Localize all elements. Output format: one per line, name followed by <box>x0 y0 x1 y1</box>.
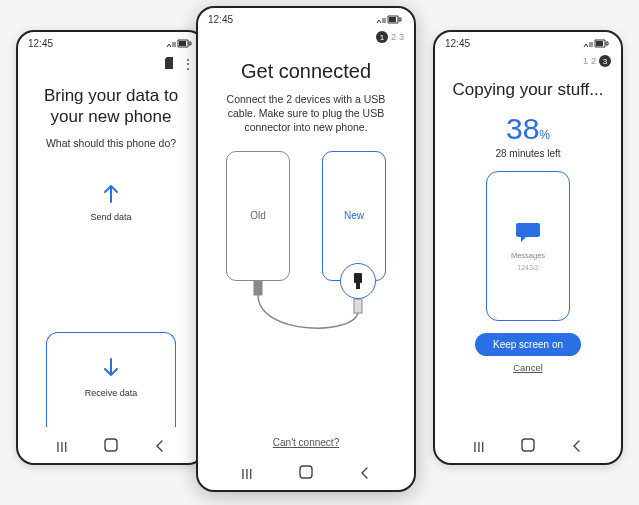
nav-bar: III <box>435 434 621 459</box>
status-bar: 12:45 <box>198 8 414 27</box>
status-time: 12:45 <box>445 38 470 49</box>
nav-bar: III <box>198 461 414 486</box>
svg-rect-1 <box>105 439 117 451</box>
sd-card-icon <box>164 55 174 73</box>
step-indicator: 1 2 3 <box>583 55 611 67</box>
svg-rect-0 <box>179 41 186 46</box>
time-remaining: 28 minutes left <box>435 148 621 159</box>
cant-connect-link[interactable]: Can't connect? <box>198 437 414 448</box>
svg-rect-5 <box>254 281 262 295</box>
nav-recent-icon[interactable]: III <box>56 439 68 455</box>
status-icons <box>166 39 194 49</box>
nav-recent-icon[interactable]: III <box>473 439 485 455</box>
nav-back-icon[interactable] <box>571 439 583 455</box>
status-bar: 12:45 <box>435 32 621 51</box>
item-label: Messages <box>511 251 545 260</box>
more-icon[interactable]: ⋮ <box>182 58 194 70</box>
page-subtitle: What should this phone do? <box>18 134 204 152</box>
item-count: 1243/2 <box>517 264 538 271</box>
send-data-option[interactable]: Send data <box>18 176 204 228</box>
step-indicator: 1 2 3 <box>376 31 404 43</box>
receive-data-option[interactable]: Receive data <box>46 332 176 427</box>
connection-illustration: Old New <box>198 151 414 351</box>
arrow-up-icon <box>100 182 122 208</box>
svg-rect-7 <box>354 273 362 283</box>
nav-recent-icon[interactable]: III <box>241 466 253 482</box>
usb-cable-icon <box>198 151 416 351</box>
messages-icon <box>515 221 541 247</box>
page-subtitle: Connect the 2 devices with a USB cable. … <box>198 90 414 137</box>
phone-screen-1: 12:45 ⋮ Bring your data to your new phon… <box>16 30 206 465</box>
nav-back-icon[interactable] <box>359 466 371 482</box>
svg-rect-4 <box>389 17 396 22</box>
page-title: Copying your stuff... <box>435 71 621 106</box>
page-title: Get connected <box>198 47 414 90</box>
arrow-down-icon <box>100 357 122 383</box>
page-title: Bring your data to your new phone <box>18 77 204 134</box>
svg-rect-2 <box>596 41 603 46</box>
nav-bar: III <box>18 434 204 459</box>
phone-screen-2: 12:45 1 2 3 Get connected Connect the 2 … <box>196 6 416 492</box>
phone-screen-3: 12:45 1 2 3 Copying your stuff... 38% 28… <box>433 30 623 465</box>
status-time: 12:45 <box>28 38 53 49</box>
nav-back-icon[interactable] <box>154 439 166 455</box>
status-time: 12:45 <box>208 14 233 25</box>
status-icons <box>376 15 404 25</box>
svg-rect-8 <box>356 283 360 289</box>
progress-percent: 38% <box>435 112 621 146</box>
copy-progress-device: Messages 1243/2 <box>486 171 570 321</box>
send-label: Send data <box>90 212 131 222</box>
nav-home-icon[interactable] <box>104 438 118 455</box>
keep-screen-on-button[interactable]: Keep screen on <box>475 333 581 356</box>
usb-connector-icon <box>340 263 376 299</box>
status-bar: 12:45 <box>18 32 204 51</box>
status-icons <box>583 39 611 49</box>
nav-home-icon[interactable] <box>521 438 535 455</box>
svg-rect-3 <box>522 439 534 451</box>
receive-label: Receive data <box>85 388 138 398</box>
nav-home-icon[interactable] <box>299 465 313 482</box>
cancel-link[interactable]: Cancel <box>435 362 621 373</box>
svg-rect-6 <box>354 299 362 313</box>
svg-rect-9 <box>300 466 312 478</box>
